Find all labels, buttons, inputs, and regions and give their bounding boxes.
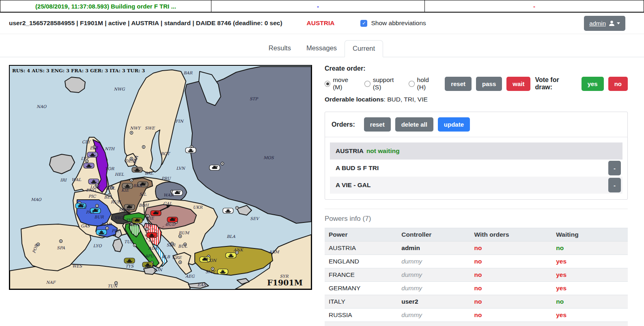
orders-power-name: AUSTRIA xyxy=(336,147,364,155)
province-label: SEV xyxy=(250,216,260,221)
supply-center-dot xyxy=(106,227,108,229)
controller-cell: admin xyxy=(397,242,470,255)
tab-current[interactable]: Current xyxy=(345,40,383,57)
with-orders-cell: no xyxy=(470,282,552,295)
show-abbreviations-checkbox[interactable]: ✓ xyxy=(360,20,367,27)
province-label: ANK xyxy=(233,248,244,252)
orders-update-button[interactable]: update xyxy=(438,117,470,132)
vote-yes-button[interactable]: yes xyxy=(582,77,604,91)
province-label: BEL xyxy=(104,195,113,199)
fleet-unit-russia xyxy=(185,148,196,153)
status-bar: (25/08/2019, 11:37:08.593) Building orde… xyxy=(0,0,644,13)
waiting-cell: yes xyxy=(552,255,628,268)
admin-menu-button[interactable]: admin xyxy=(584,16,625,31)
reset-order-button[interactable]: reset xyxy=(445,77,472,91)
fleet-unit-germany xyxy=(132,167,142,173)
waiting-cell: no xyxy=(552,242,628,255)
province-label: BUD xyxy=(166,222,176,227)
remove-order-button[interactable]: - xyxy=(608,178,621,192)
province-label: UKR xyxy=(193,205,203,209)
orders-body: AUSTRIA not waiting A BUD S F TRI-A VIE … xyxy=(325,137,627,199)
province-label: MAR xyxy=(101,222,112,227)
province-label: EAS xyxy=(197,283,207,287)
col-waiting: Waiting xyxy=(552,228,628,242)
power-cell: GERMANY xyxy=(325,282,397,295)
controller-cell: dummy xyxy=(397,322,470,326)
radio-support[interactable]: support (S) xyxy=(364,76,402,91)
controller-cell: user2 xyxy=(397,295,470,309)
orderable-locations: Orderable locations: BUD, TRI, VIE xyxy=(325,96,628,103)
province-label: SWE xyxy=(145,126,155,130)
powers-table-header: Power Controller With orders Waiting xyxy=(325,228,628,242)
tab-messages[interactable]: Messages xyxy=(299,40,345,57)
tab-bar: Results Messages Current xyxy=(0,34,644,57)
current-power-label: AUSTRIA xyxy=(307,19,335,27)
province-label: TRI xyxy=(144,223,153,227)
controller-cell: dummy xyxy=(397,309,470,322)
supply-center-dot xyxy=(59,240,62,242)
province-label: NAP xyxy=(145,264,155,269)
province-label: APU xyxy=(144,254,155,258)
supply-center-dot xyxy=(179,235,181,237)
province-label: TYR xyxy=(126,218,135,222)
army-unit-austria xyxy=(151,211,161,216)
status-right: - xyxy=(425,0,644,12)
user-icon xyxy=(609,20,615,26)
radio-support-dot xyxy=(364,81,370,87)
province-label: RUH xyxy=(111,200,121,204)
wait-button[interactable]: wait xyxy=(506,77,530,91)
army-unit-russia xyxy=(209,165,220,171)
province-label: BER xyxy=(133,184,143,188)
tab-results[interactable]: Results xyxy=(261,40,299,57)
province-label: GRE xyxy=(172,255,183,260)
power-row: FRANCEdummynoyes xyxy=(325,268,628,282)
fleet-unit-turkey xyxy=(218,269,228,274)
province-label: FIN xyxy=(175,119,184,123)
radio-hold[interactable]: hold (H) xyxy=(409,76,438,91)
controller-cell: dummy xyxy=(397,255,470,268)
vote-no-button[interactable]: no xyxy=(608,77,628,91)
province-label: MAO xyxy=(31,197,41,202)
powers-info-title: Powers info (7) xyxy=(325,215,628,223)
province-label: ADR xyxy=(148,246,158,250)
with-orders-cell: no xyxy=(470,322,552,326)
order-text: A VIE - GAL xyxy=(336,181,370,189)
orders-delete-all-button[interactable]: delete all xyxy=(395,117,433,132)
province-label: BLA xyxy=(226,234,235,239)
province-label: STP xyxy=(250,97,258,101)
radio-move[interactable]: move (M) xyxy=(325,76,358,91)
powers-table: Power Controller With orders Waiting AUS… xyxy=(325,228,628,326)
fleet-unit-russia xyxy=(223,208,233,214)
header: user2_1565728584955 | F1901M | active | … xyxy=(0,13,644,34)
power-row: RUSSIAdummynoyes xyxy=(325,309,628,322)
radio-move-dot xyxy=(325,81,330,87)
powers-table-body: AUSTRIAadminnonoENGLANDdummynoyesFRANCEd… xyxy=(325,242,628,326)
power-row: AUSTRIAadminnono xyxy=(325,242,628,255)
with-orders-cell: no xyxy=(470,309,552,322)
map[interactable]: NAONWGBARSTPMOSFINBOTNWYSWENTHSKADENHELB… xyxy=(9,65,312,290)
province-label: BOH xyxy=(139,203,149,207)
col-with-orders: With orders xyxy=(470,228,552,242)
create-order-title: Create order: xyxy=(325,65,628,72)
power-cell: AUSTRIA xyxy=(325,242,397,255)
power-cell: FRANCE xyxy=(325,268,397,282)
orders-header: Orders: reset delete all update xyxy=(325,112,627,137)
pass-button[interactable]: pass xyxy=(476,77,502,91)
province-label: KIE xyxy=(121,188,129,192)
army-unit-austria xyxy=(167,217,178,222)
province-label: PIE xyxy=(112,229,120,233)
province-label: BOT xyxy=(161,151,171,156)
province-label: VIE xyxy=(146,216,155,220)
power-row: ENGLANDdummynoyes xyxy=(325,255,628,268)
radio-hold-label: hold (H) xyxy=(417,76,438,91)
supply-center-dot xyxy=(133,244,136,246)
orders-reset-button[interactable]: reset xyxy=(364,117,391,132)
orders-title: Orders: xyxy=(332,121,355,128)
col-controller: Controller xyxy=(397,228,470,242)
remove-order-button[interactable]: - xyxy=(608,161,621,175)
province-label: CLY xyxy=(82,140,91,144)
radio-support-label: support (S) xyxy=(373,76,402,91)
province-label: VEN xyxy=(129,222,140,227)
chevron-down-icon xyxy=(617,22,620,24)
province-label: MUN xyxy=(118,208,131,212)
